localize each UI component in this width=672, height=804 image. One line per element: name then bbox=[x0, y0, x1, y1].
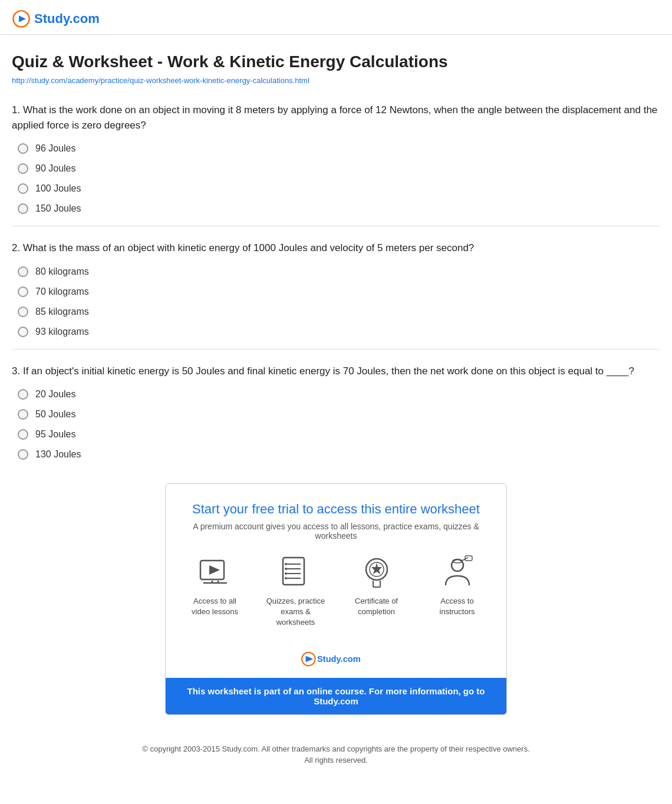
radio-icon bbox=[18, 409, 28, 420]
svg-point-22 bbox=[452, 559, 463, 571]
list-item[interactable]: 20 Joules bbox=[18, 389, 660, 400]
feature-instructors-label: Access to instructors bbox=[426, 596, 489, 617]
video-icon bbox=[197, 555, 233, 590]
question-2: 2. What is the mass of an object with ki… bbox=[12, 240, 660, 337]
list-item[interactable]: 80 kilograms bbox=[18, 266, 660, 277]
question-2-options: 80 kilograms 70 kilograms 85 kilograms 9… bbox=[12, 266, 660, 337]
divider-2 bbox=[12, 349, 660, 350]
promo-cta[interactable]: This worksheet is part of an online cour… bbox=[166, 678, 506, 714]
list-item[interactable]: 130 Joules bbox=[18, 449, 660, 460]
promo-features: Access to all video lessons Quizzes, pra… bbox=[183, 555, 489, 628]
svg-point-11 bbox=[285, 568, 287, 570]
promo-box: Start your free trial to access this ent… bbox=[165, 483, 507, 715]
feature-certificate: Certificate of completion bbox=[345, 555, 408, 628]
list-item[interactable]: 100 Joules bbox=[18, 183, 660, 194]
study-logo-promo: Study.com bbox=[301, 648, 371, 670]
page-url[interactable]: http://study.com/academy/practice/quiz-w… bbox=[12, 76, 660, 85]
list-item[interactable]: 50 Joules bbox=[18, 409, 660, 420]
list-item[interactable]: 150 Joules bbox=[18, 203, 660, 214]
footer-copyright: © copyright 2003-2015 Study.com. All oth… bbox=[24, 744, 648, 753]
radio-icon bbox=[18, 266, 28, 277]
question-1: 1. What is the work done on an object in… bbox=[12, 103, 660, 214]
question-1-text: 1. What is the work done on an object in… bbox=[12, 103, 660, 133]
radio-icon bbox=[18, 163, 28, 174]
svg-point-15 bbox=[285, 577, 287, 579]
list-item[interactable]: 95 Joules bbox=[18, 429, 660, 440]
question-1-options: 96 Joules 90 Joules 100 Joules 150 Joule… bbox=[12, 143, 660, 214]
radio-icon bbox=[18, 183, 28, 194]
certificate-icon bbox=[359, 555, 394, 590]
logo[interactable]: Study.com bbox=[12, 9, 660, 28]
footer: © copyright 2003-2015 Study.com. All oth… bbox=[12, 733, 660, 779]
feature-certificate-label: Certificate of completion bbox=[345, 596, 408, 617]
study-logo-icon bbox=[12, 9, 31, 28]
svg-point-13 bbox=[285, 572, 287, 575]
radio-icon bbox=[18, 449, 28, 460]
question-2-text: 2. What is the mass of an object with ki… bbox=[12, 240, 660, 256]
radio-icon bbox=[18, 143, 28, 154]
list-item[interactable]: 90 Joules bbox=[18, 163, 660, 174]
header: Study.com bbox=[0, 0, 672, 35]
promo-logo: Study.com bbox=[183, 642, 489, 678]
feature-video: Access to all video lessons bbox=[183, 555, 246, 628]
radio-icon bbox=[18, 307, 28, 317]
question-3-text: 3. If an object's initial kinetic energy… bbox=[12, 364, 660, 379]
svg-marker-3 bbox=[209, 565, 220, 575]
logo-text: Study.com bbox=[34, 11, 100, 27]
svg-rect-7 bbox=[283, 558, 304, 585]
feature-instructors: Access to instructors bbox=[426, 555, 489, 628]
promo-cta-text: This worksheet is part of an online cour… bbox=[187, 686, 485, 696]
list-item[interactable]: 96 Joules bbox=[18, 143, 660, 154]
main-content: Quiz & Worksheet - Work & Kinetic Energy… bbox=[0, 35, 672, 790]
list-item[interactable]: 93 kilograms bbox=[18, 327, 660, 337]
divider-1 bbox=[12, 226, 660, 226]
promo-title: Start your free trial to access this ent… bbox=[183, 502, 489, 517]
promo-cta-link[interactable]: Study.com bbox=[314, 696, 358, 706]
radio-icon bbox=[18, 203, 28, 214]
page-title: Quiz & Worksheet - Work & Kinetic Energy… bbox=[12, 52, 660, 71]
radio-icon bbox=[18, 429, 28, 440]
question-3: 3. If an object's initial kinetic energy… bbox=[12, 364, 660, 460]
svg-text:Study.com: Study.com bbox=[317, 654, 361, 663]
feature-video-label: Access to all video lessons bbox=[183, 596, 246, 617]
promo-subtitle: A premium account gives you access to al… bbox=[183, 522, 489, 541]
footer-rights: All rights reserved. bbox=[24, 756, 648, 765]
radio-icon bbox=[18, 327, 28, 337]
feature-quiz: Quizzes, practice exams & worksheets bbox=[264, 555, 327, 628]
radio-icon bbox=[18, 286, 28, 297]
question-3-options: 20 Joules 50 Joules 95 Joules 130 Joules bbox=[12, 389, 660, 460]
quiz-icon bbox=[278, 555, 314, 590]
list-item[interactable]: 85 kilograms bbox=[18, 307, 660, 317]
instructor-icon bbox=[440, 555, 475, 590]
svg-point-9 bbox=[285, 563, 287, 565]
feature-quiz-label: Quizzes, practice exams & worksheets bbox=[264, 596, 327, 628]
list-item[interactable]: 70 kilograms bbox=[18, 286, 660, 297]
radio-icon bbox=[18, 389, 28, 400]
svg-marker-18 bbox=[371, 563, 382, 574]
